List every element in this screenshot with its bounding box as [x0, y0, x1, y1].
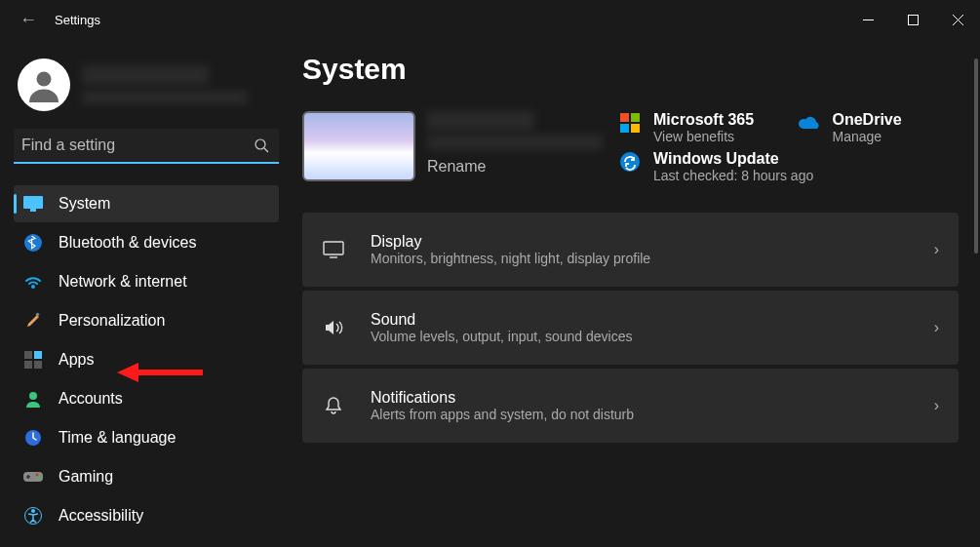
minimize-button[interactable]	[845, 4, 890, 35]
user-email-redacted	[82, 91, 248, 104]
sidebar-item-label: Accounts	[59, 390, 123, 408]
svg-point-18	[38, 477, 41, 480]
svg-rect-22	[631, 113, 640, 122]
quick-onedrive[interactable]: OneDrive Manage	[798, 111, 960, 144]
maximize-button[interactable]	[890, 4, 935, 35]
accessibility-icon	[23, 506, 43, 526]
quick-sub: Last checked: 8 hours ago	[653, 168, 813, 183]
sidebar-item-label: Network & internet	[59, 273, 187, 291]
minimize-icon	[863, 15, 874, 25]
paintbrush-icon	[23, 311, 43, 331]
svg-rect-1	[908, 15, 918, 24]
ms365-icon	[618, 111, 642, 135]
chevron-right-icon: ›	[934, 319, 939, 336]
device-model-redacted	[427, 135, 603, 150]
sidebar: System Bluetooth & devices Network & int…	[0, 39, 293, 547]
svg-rect-12	[34, 351, 42, 359]
svg-rect-13	[24, 361, 32, 369]
svg-point-25	[620, 152, 640, 172]
update-icon	[618, 150, 642, 174]
title-bar: ← Settings	[0, 0, 980, 39]
device-name-redacted	[427, 111, 534, 131]
desktop-thumbnail	[302, 111, 415, 181]
quick-ms365[interactable]: Microsoft 365 View benefits	[618, 111, 780, 144]
clock-icon	[23, 428, 43, 448]
back-button[interactable]: ←	[20, 10, 37, 30]
close-icon	[953, 15, 963, 25]
svg-rect-23	[620, 124, 629, 133]
quick-title: OneDrive	[833, 111, 902, 129]
sidebar-item-accounts[interactable]: Accounts	[14, 380, 279, 417]
avatar	[18, 59, 70, 111]
sidebar-item-label: Bluetooth & devices	[59, 234, 196, 252]
maximize-icon	[908, 15, 919, 25]
sidebar-item-apps[interactable]: Apps	[14, 341, 279, 378]
gaming-icon	[23, 467, 43, 487]
svg-rect-21	[620, 113, 629, 122]
sidebar-item-system[interactable]: System	[14, 185, 279, 222]
sidebar-item-label: Time & language	[59, 429, 176, 447]
settings-item-title: Display	[371, 233, 909, 251]
settings-item-sub: Volume levels, output, input, sound devi…	[371, 329, 909, 344]
user-info[interactable]	[18, 59, 275, 111]
sidebar-item-label: System	[59, 195, 110, 213]
svg-point-4	[37, 72, 52, 87]
settings-item-display[interactable]: Display Monitors, brightness, night ligh…	[302, 213, 959, 287]
svg-line-6	[264, 148, 268, 152]
display-icon	[322, 241, 345, 258]
sidebar-item-time-language[interactable]: Time & language	[14, 419, 279, 456]
page-title: System	[302, 53, 959, 86]
svg-rect-24	[631, 124, 640, 133]
bell-icon	[322, 396, 345, 415]
sidebar-item-bluetooth[interactable]: Bluetooth & devices	[14, 224, 279, 261]
apps-icon	[23, 350, 43, 370]
quick-windows-update[interactable]: Windows Update Last checked: 8 hours ago	[618, 150, 959, 183]
settings-item-sub: Alerts from apps and system, do not dist…	[371, 407, 909, 422]
svg-point-15	[29, 392, 37, 400]
window-title: Settings	[55, 13, 100, 27]
svg-point-17	[36, 474, 39, 477]
svg-rect-8	[30, 209, 36, 212]
settings-item-title: Sound	[371, 311, 909, 329]
sidebar-item-label: Gaming	[59, 468, 113, 486]
sidebar-item-accessibility[interactable]: Accessibility	[14, 497, 279, 534]
sidebar-item-personalization[interactable]: Personalization	[14, 302, 279, 339]
sidebar-item-gaming[interactable]: Gaming	[14, 458, 279, 495]
search-input[interactable]	[14, 129, 279, 164]
settings-item-sound[interactable]: Sound Volume levels, output, input, soun…	[302, 291, 959, 365]
bluetooth-icon	[23, 233, 43, 253]
sidebar-item-label: Personalization	[59, 312, 165, 330]
onedrive-icon	[798, 111, 821, 135]
user-name-redacted	[82, 65, 209, 85]
svg-rect-7	[23, 196, 43, 209]
quick-title: Microsoft 365	[653, 111, 754, 129]
rename-link[interactable]: Rename	[427, 158, 603, 176]
wifi-icon	[23, 272, 43, 292]
settings-item-sub: Monitors, brightness, night light, displ…	[371, 251, 909, 266]
chevron-right-icon: ›	[934, 397, 939, 414]
sidebar-item-network[interactable]: Network & internet	[14, 263, 279, 300]
quick-sub: View benefits	[653, 129, 754, 144]
system-icon	[23, 194, 43, 214]
accounts-icon	[23, 389, 43, 409]
scrollbar[interactable]	[974, 59, 978, 254]
quick-title: Windows Update	[653, 150, 813, 168]
svg-rect-14	[34, 361, 42, 369]
svg-rect-26	[324, 242, 343, 254]
close-button[interactable]	[935, 4, 980, 35]
settings-item-title: Notifications	[371, 389, 909, 407]
sidebar-item-label: Accessibility	[59, 507, 143, 525]
sound-icon	[322, 319, 345, 336]
svg-point-20	[31, 509, 35, 513]
sidebar-item-label: Apps	[59, 351, 94, 369]
device-info[interactable]: Rename	[302, 111, 603, 183]
svg-rect-11	[24, 351, 32, 359]
svg-point-5	[255, 139, 265, 149]
person-icon	[26, 67, 61, 102]
chevron-right-icon: ›	[934, 241, 939, 258]
quick-sub: Manage	[833, 129, 902, 144]
main-content: System Rename Microsoft 365 View benefit…	[293, 39, 980, 547]
settings-item-notifications[interactable]: Notifications Alerts from apps and syste…	[302, 369, 959, 443]
nav-list: System Bluetooth & devices Network & int…	[14, 185, 279, 534]
search-icon	[254, 137, 269, 157]
